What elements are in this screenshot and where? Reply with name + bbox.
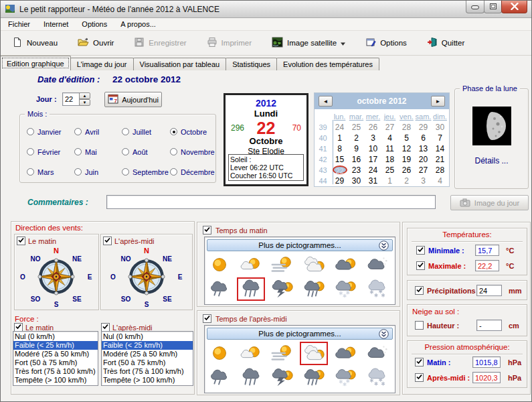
snow-height-checkbox[interactable]	[415, 321, 424, 330]
pictogram-rain-showers-with-sun[interactable]	[300, 277, 328, 301]
month-radio-août[interactable]	[122, 148, 129, 155]
wind-morning-checkbox[interactable]	[17, 237, 25, 245]
force-afternoon-option[interactable]: Nul (0 km/h)	[102, 332, 193, 341]
tab-statistiques[interactable]: Statistiques	[226, 58, 277, 70]
calendar-day[interactable]: 7	[432, 133, 448, 143]
pictogram-sunny[interactable]	[205, 342, 234, 365]
image-du-jour-button[interactable]: Image du jour	[450, 195, 529, 210]
pressure-afternoon-checkbox[interactable]	[415, 373, 424, 382]
force-morning-option[interactable]: Nul (0 km/h)	[13, 332, 98, 341]
force-morning-listbox[interactable]: Nul (0 km/h)Faible (< 25 km/h)Modéré (25…	[13, 331, 98, 386]
pictogram-thunderstorm-with-sun[interactable]	[268, 366, 296, 389]
calendar-day[interactable]: 3	[415, 176, 432, 186]
calendar-day[interactable]: 17	[365, 155, 381, 164]
force-afternoon-option[interactable]: Fort (50 à 75 km/h)	[102, 358, 193, 367]
calendar-day[interactable]: 23	[348, 165, 365, 175]
toolbar-button-print[interactable]: Imprimer	[202, 34, 256, 52]
force-morning-option[interactable]: Tempête (> 100 km/h)	[13, 376, 98, 385]
calendar-prev-button[interactable]: ◄	[319, 96, 333, 107]
calendar-day[interactable]: 15	[331, 155, 348, 164]
calendar-day[interactable]: 25	[348, 123, 365, 132]
calendar-day[interactable]: 24	[365, 165, 381, 175]
month-radio-juin[interactable]	[74, 168, 82, 176]
snow-height-input[interactable]	[476, 320, 502, 331]
pictogram-sun-with-small-cloud[interactable]	[237, 253, 265, 277]
month-radio-juillet[interactable]	[122, 128, 129, 135]
force-afternoon-option[interactable]: Faible (< 25 km/h)	[102, 341, 193, 350]
month-radio-novembre[interactable]	[170, 148, 177, 155]
wind-afternoon-checkbox[interactable]	[103, 237, 112, 245]
day-stepper-up[interactable]: ▲	[79, 92, 90, 99]
calendar-day[interactable]: 1	[331, 133, 348, 143]
calendar-day[interactable]: 31	[365, 176, 381, 186]
pictogram-rain-showers-with-sun[interactable]	[300, 366, 328, 389]
calendar-day[interactable]: 14	[432, 144, 448, 153]
pictogram-overcast-flurries[interactable]	[363, 342, 391, 365]
pictogram-snow[interactable]	[363, 277, 391, 301]
maximize-button[interactable]	[484, 1, 502, 13]
calendar-day[interactable]: 20	[415, 155, 432, 164]
calendar-day[interactable]: 9	[348, 144, 365, 153]
toolbar-button-save[interactable]: Enregistrer	[129, 34, 191, 52]
calendar-day[interactable]: 1	[381, 176, 398, 186]
calendar-day[interactable]: 24	[331, 123, 348, 132]
weather-afternoon-checkbox[interactable]	[203, 314, 211, 323]
weather-morning-checkbox[interactable]	[203, 226, 211, 234]
menu-item-a-propos-[interactable]: A propos...	[118, 19, 158, 29]
calendar-day[interactable]: 12	[398, 144, 415, 153]
pictogram-snow[interactable]	[363, 366, 391, 389]
month-radio-octobre[interactable]	[170, 128, 177, 135]
calendar-day[interactable]: 21	[432, 155, 448, 164]
calendar-day[interactable]: 13	[415, 144, 432, 153]
force-morning-option[interactable]: Faible (< 25 km/h)	[13, 341, 98, 350]
comments-input[interactable]	[106, 195, 436, 209]
pictogram-sun-with-small-cloud[interactable]	[237, 342, 265, 365]
pictogram-dark-cloud-with-sun[interactable]	[331, 342, 359, 365]
calendar-day[interactable]: 30	[432, 123, 448, 132]
force-afternoon-listbox[interactable]: Nul (0 km/h)Faible (< 25 km/h)Modéré (25…	[101, 331, 193, 386]
temp-min-checkbox[interactable]	[416, 246, 425, 255]
calendar-day[interactable]: 8	[331, 144, 348, 153]
calendar-day[interactable]: 27	[415, 165, 432, 175]
calendar-day[interactable]: 2	[398, 176, 415, 186]
pictogram-cloudy-with-sun[interactable]	[300, 342, 328, 365]
compass-rose-morning[interactable]: NNONEOESOSES	[15, 246, 97, 310]
calendar-day[interactable]: 16	[348, 155, 365, 164]
temp-max-checkbox[interactable]	[416, 261, 425, 270]
pictogram-light-rain[interactable]	[205, 277, 234, 301]
today-button[interactable]: 7 Aujourd'hui	[104, 92, 162, 107]
pressure-afternoon-input[interactable]	[472, 372, 501, 383]
tab-visualisation-par-tableau[interactable]: Visualisation par tableau	[133, 58, 227, 70]
calendar-day[interactable]: 26	[365, 123, 381, 132]
pictogram-light-rain[interactable]	[205, 366, 234, 389]
calendar-day[interactable]: 29	[415, 123, 432, 132]
month-radio-septembre[interactable]	[122, 168, 129, 176]
calendar-day[interactable]: 6	[415, 133, 432, 143]
tab-evolution-des-températures[interactable]: Evolution des températures	[276, 58, 379, 70]
menu-item-fichier[interactable]: Fichier	[6, 19, 32, 29]
pictogram-mist-with-sun[interactable]	[268, 253, 296, 277]
force-afternoon-option[interactable]: Modéré (25 à 50 km/h)	[102, 350, 193, 358]
pictogram-mist-with-sun[interactable]	[268, 342, 296, 365]
calendar-day[interactable]: 27	[381, 123, 398, 132]
pictogram-cloudy-with-sun[interactable]	[300, 253, 328, 277]
month-radio-mars[interactable]	[27, 168, 34, 176]
calendar-day[interactable]: 30	[348, 176, 365, 186]
force-morning-option[interactable]: Fort (50 à 75 km/h)	[13, 358, 98, 367]
titlebar[interactable]: Le petit rapporteur - Météo de l'année 2…	[1, 1, 531, 18]
toolbar-button-satellite[interactable]: Image satellite	[267, 34, 350, 52]
menu-item-internet[interactable]: Internet	[41, 19, 70, 29]
pictogram-dark-cloud-with-sun[interactable]	[331, 253, 359, 277]
force-morning-option[interactable]: Très fort (75 à 100 km/h)	[13, 367, 98, 376]
menu-item-options[interactable]: Options	[80, 19, 109, 29]
month-radio-avril[interactable]	[74, 128, 82, 135]
tab-edition-graphique[interactable]: Edition graphique	[0, 56, 71, 70]
toolbar-button-options[interactable]: Options	[361, 34, 412, 52]
calendar-day[interactable]: 26	[398, 165, 415, 175]
minimize-button[interactable]	[466, 1, 484, 13]
pressure-morning-checkbox[interactable]	[415, 358, 424, 366]
pictogram-heavy-rain[interactable]	[237, 366, 265, 389]
pictogram-heavy-rain[interactable]	[237, 277, 265, 301]
month-radio-février[interactable]	[27, 148, 34, 155]
day-input[interactable]	[62, 92, 80, 106]
